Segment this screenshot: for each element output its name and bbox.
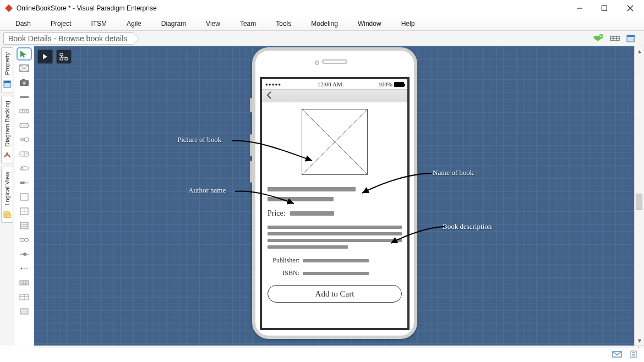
tool-tabbar[interactable] [19,278,30,287]
menu-dash[interactable]: Dash [6,18,41,30]
svg-rect-2 [602,6,607,11]
title-bar: OnlineBookStore * - Visual Paradigm Ente… [0,0,644,17]
description-line [268,226,402,229]
svg-rect-53 [20,281,29,285]
back-icon[interactable] [266,91,272,101]
svg-rect-12 [627,35,635,37]
tool-list[interactable] [19,221,30,230]
annotation-name[interactable]: Name of book [433,168,473,177]
scroll-track[interactable] [635,56,644,336]
annotation-description[interactable]: Book description [443,222,492,231]
scroll-down-icon[interactable]: ▾ [635,336,644,345]
tool-panel[interactable] [19,193,30,201]
svg-point-52 [26,268,28,270]
breadcrumb[interactable]: Book Details - Browse book details [3,32,133,45]
publisher-placeholder [303,259,369,262]
scroll-up-icon[interactable]: ▴ [635,46,644,56]
status-bar [0,348,644,362]
tool-rectangle[interactable] [19,307,30,316]
annotation-picture[interactable]: Picture of book [177,135,221,144]
wireframe-toolbar: TXT -+ [14,46,34,345]
logical-view-icon [3,210,12,219]
svg-text:TXT: TXT [21,109,28,113]
svg-point-15 [6,152,8,155]
tool-slider[interactable] [19,250,30,259]
menu-modeling[interactable]: Modeling [301,18,348,30]
svg-point-47 [24,238,29,242]
maximize-button[interactable] [592,0,616,17]
tool-searchbar[interactable] [19,164,30,173]
menu-team[interactable]: Team [230,18,266,30]
close-button[interactable] [616,0,644,17]
side-tab-diagram-backlog[interactable]: Diagram Backlog [1,96,13,164]
new-diagram-icon[interactable] [625,34,637,43]
tab-bar: Book Details - Browse book details 9+ [0,31,644,46]
tool-button[interactable] [19,121,30,130]
svg-marker-18 [20,51,26,58]
battery-indicator: 100% [378,81,404,87]
breadcrumb-label: Book Details - Browse book details [8,34,127,43]
svg-rect-59 [20,309,28,314]
publisher-label: Publisher: [268,256,299,265]
menu-view[interactable]: View [196,18,230,30]
tool-progress[interactable] [19,178,30,187]
svg-point-51 [23,268,25,270]
tool-segmented[interactable] [19,235,30,244]
tool-label[interactable] [19,92,30,101]
svg-point-49 [23,253,26,256]
tool-grid-panel[interactable] [19,207,30,216]
mail-icon[interactable] [612,350,622,360]
svg-rect-25 [20,96,29,98]
svg-rect-39 [20,194,28,200]
tool-page-control[interactable] [19,264,30,273]
vertical-scrollbar[interactable]: ▴ ▾ [634,46,644,345]
phone-wireframe[interactable]: ●●●●● 12:00 AM 100% Price: [252,47,417,339]
annotation-author[interactable]: Author name [188,186,226,195]
tool-image[interactable] [19,64,30,73]
image-placeholder[interactable] [302,109,368,175]
menu-help[interactable]: Help [391,18,425,30]
menu-itsm[interactable]: ITSM [81,18,117,30]
phone-side-button [250,134,252,156]
minimize-button[interactable] [567,0,592,17]
postmania-icon[interactable]: 9+ [592,34,604,43]
menu-agile[interactable]: Agile [117,18,151,30]
svg-rect-62 [65,58,68,60]
svg-point-50 [20,268,22,270]
property-icon [3,80,12,89]
add-to-cart-button[interactable]: Add to Cart [268,285,402,303]
side-tab-property-label: Property [4,51,10,76]
document-icon[interactable] [629,350,638,360]
canvas[interactable]: ●●●●● 12:00 AM 100% Price: [34,46,644,345]
battery-icon [394,82,404,87]
menu-tools[interactable]: Tools [266,18,301,30]
app-logo-icon [4,4,13,13]
tool-camera-icon[interactable] [19,78,30,87]
wireflow-button[interactable] [56,50,72,64]
tool-table[interactable] [19,293,30,301]
window-title: OnlineBookStore * - Visual Paradigm Ente… [17,4,567,12]
canvas-mini-toolbar [37,50,72,64]
menu-bar: Dash Project ITSM Agile Diagram View Tea… [0,17,644,31]
svg-rect-61 [60,53,63,56]
signal-icon: ●●●●● [265,82,281,87]
play-button[interactable] [37,50,53,64]
tool-stepper[interactable]: -+ [19,150,30,158]
tool-toggle[interactable] [19,135,30,144]
menu-diagram[interactable]: Diagram [151,18,196,30]
svg-point-46 [20,238,24,242]
phone-content: Price: Publisher: ISBN: [262,102,407,328]
side-tab-logical-view[interactable]: Logical View [1,167,13,223]
svg-rect-24 [22,79,25,81]
side-tab-property[interactable]: Property [1,47,13,92]
menu-project[interactable]: Project [41,18,81,30]
phone-side-button [250,98,252,112]
menu-window[interactable]: Window [348,18,391,30]
tool-pointer[interactable] [19,50,30,58]
add-to-cart-label: Add to Cart [315,289,354,299]
phone-navigation-bar[interactable] [262,89,407,102]
phone-camera-icon [315,61,319,65]
tool-textfield[interactable]: TXT [19,107,30,116]
diagram-nav-icon[interactable] [609,34,621,43]
price-label: Price: [268,209,286,218]
